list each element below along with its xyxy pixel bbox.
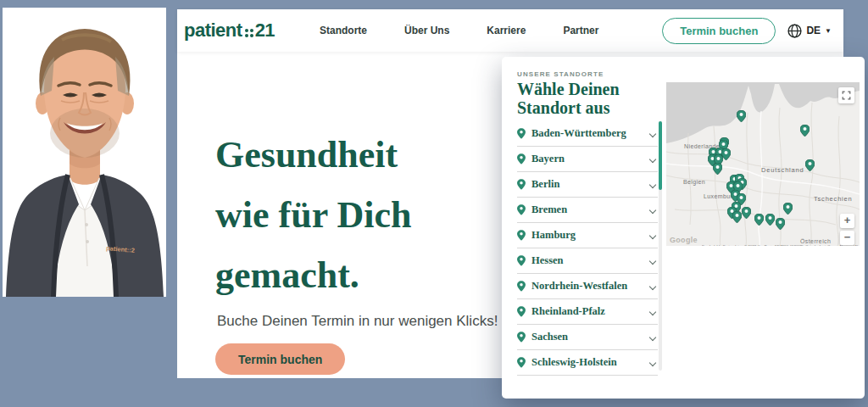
- hero-subtitle: Buche Deinen Termin in nur wenigen Klick…: [217, 313, 498, 330]
- scrollbar-thumb[interactable]: [659, 121, 662, 190]
- language-selector[interactable]: DE ▼: [787, 24, 832, 38]
- state-row-bremen[interactable]: Bremen: [517, 198, 658, 223]
- state-list-scrollbar[interactable]: [659, 121, 662, 371]
- hero-title-line1: Gesundheit: [215, 125, 411, 185]
- location-pin-icon: [517, 153, 526, 164]
- nav-item-über-uns[interactable]: Über Uns: [404, 25, 449, 36]
- hero-title-line2: wie für Dich: [215, 185, 411, 245]
- logo-text-left: patient: [184, 20, 242, 42]
- chevron-down-icon: [649, 282, 656, 289]
- hero-title-line3: gemacht.: [215, 245, 411, 305]
- state-label: Hamburg: [531, 229, 644, 242]
- state-label: Rheinland-Pfalz: [531, 305, 644, 318]
- map-pin[interactable]: [732, 211, 742, 223]
- panel-title-line2: Standort aus: [517, 98, 620, 117]
- chevron-down-icon: [649, 155, 656, 162]
- state-row-hessen[interactable]: Hessen: [517, 248, 658, 274]
- location-pin-icon: [517, 128, 526, 139]
- google-logo: Google: [670, 236, 698, 244]
- state-label: Bayern: [531, 153, 644, 165]
- state-row-hamburg[interactable]: Hamburg: [517, 223, 658, 248]
- nav-item-partner[interactable]: Partner: [563, 25, 598, 36]
- chevron-down-icon: [649, 359, 656, 365]
- site-header: patient 21 StandorteÜber UnsKarrierePart…: [177, 9, 843, 52]
- header-termin-buchen-button[interactable]: Termin buchen: [662, 18, 776, 44]
- location-pin-icon: [517, 230, 526, 241]
- patient21-logo[interactable]: patient 21: [184, 20, 275, 42]
- panel-eyebrow: UNSERE STANDORTE: [517, 70, 604, 78]
- map-label-belgien: Belgien: [683, 179, 705, 185]
- state-label: Bremen: [531, 204, 644, 216]
- hero-title: Gesundheit wie für Dich gemacht.: [215, 125, 411, 305]
- map-pin[interactable]: [765, 214, 775, 226]
- portrait-photo: patient::2: [3, 8, 166, 297]
- chevron-down-icon: [649, 206, 656, 213]
- chevron-down-icon: [649, 257, 656, 264]
- state-list: Baden-WürttembergBayernBerlinBremenHambu…: [517, 121, 658, 376]
- state-row-rheinland-pfalz[interactable]: Rheinland-Pfalz: [517, 299, 658, 325]
- map-pin[interactable]: [800, 125, 810, 137]
- germany-map[interactable]: NiederlandeBelgienLuxemburgDeutschlandTs…: [666, 82, 860, 246]
- state-label: Hessen: [531, 254, 644, 267]
- map-pin[interactable]: [713, 163, 722, 175]
- panel-title: Wähle Deinen Standort aus: [517, 80, 620, 117]
- location-pin-icon: [517, 332, 526, 343]
- chevron-down-icon: [649, 181, 656, 187]
- location-pin-icon: [517, 357, 526, 368]
- map-pin[interactable]: [776, 218, 785, 230]
- location-pin-icon: [517, 306, 526, 317]
- portrait-illustration: patient::2: [3, 8, 166, 297]
- state-row-sachsen[interactable]: Sachsen: [517, 325, 658, 350]
- state-label: Baden-Württemberg: [531, 127, 644, 140]
- main-nav: StandorteÜber UnsKarrierePartner: [320, 9, 598, 52]
- globe-icon: [787, 24, 802, 38]
- state-label: Schleswig-Holstein: [531, 356, 644, 369]
- state-row-bayern[interactable]: Bayern: [517, 147, 658, 172]
- state-row-nordrhein-westfalen[interactable]: Nordrhein-Westfalen: [517, 274, 658, 299]
- header-right: Termin buchen DE ▼: [662, 18, 832, 44]
- map-zoom-in-button[interactable]: +: [840, 214, 854, 228]
- location-pin-icon: [517, 255, 526, 266]
- map-pin[interactable]: [805, 159, 815, 171]
- map-pin[interactable]: [742, 207, 751, 219]
- language-label: DE: [806, 25, 821, 36]
- map-pin[interactable]: [754, 214, 764, 226]
- state-label: Berlin: [531, 178, 644, 191]
- location-pin-icon: [517, 204, 526, 215]
- hero-termin-buchen-button[interactable]: Termin buchen: [215, 343, 345, 375]
- chevron-down-icon: [649, 130, 656, 137]
- map-label-tschechien: Tschechien: [814, 195, 853, 203]
- panel-title-line1: Wähle Deinen: [517, 80, 620, 98]
- chevron-down-icon: [649, 333, 656, 340]
- logo-dots-icon: [245, 29, 253, 37]
- state-label: Sachsen: [531, 331, 644, 343]
- chevron-down-icon: [649, 308, 656, 315]
- logo-text-right: 21: [255, 20, 275, 42]
- map-zoom-out-button[interactable]: −: [840, 231, 854, 245]
- fullscreen-icon[interactable]: [838, 87, 854, 103]
- map-pin[interactable]: [737, 110, 746, 122]
- chevron-down-icon: ▼: [825, 27, 832, 35]
- state-label: Nordrhein-Westfalen: [531, 280, 644, 293]
- map-label-österreich: Österreich: [800, 238, 831, 244]
- state-row-berlin[interactable]: Berlin: [517, 172, 658, 198]
- location-pin-icon: [517, 281, 526, 292]
- location-pin-icon: [517, 179, 526, 190]
- state-row-baden-württemberg[interactable]: Baden-Württemberg: [517, 121, 658, 147]
- state-row-schleswig-holstein[interactable]: Schleswig-Holstein: [517, 350, 658, 376]
- map-attribution: Kurzbefehle Kartendaten © 2022 GeoBasis-…: [702, 244, 856, 246]
- map-pin[interactable]: [783, 203, 793, 215]
- nav-item-standorte[interactable]: Standorte: [320, 25, 367, 36]
- chevron-down-icon: [649, 231, 656, 238]
- map-label-deutschland: Deutschland: [761, 166, 804, 174]
- locations-panel: UNSERE STANDORTE Wähle Deinen Standort a…: [502, 57, 865, 399]
- nav-item-karriere[interactable]: Karriere: [487, 25, 526, 36]
